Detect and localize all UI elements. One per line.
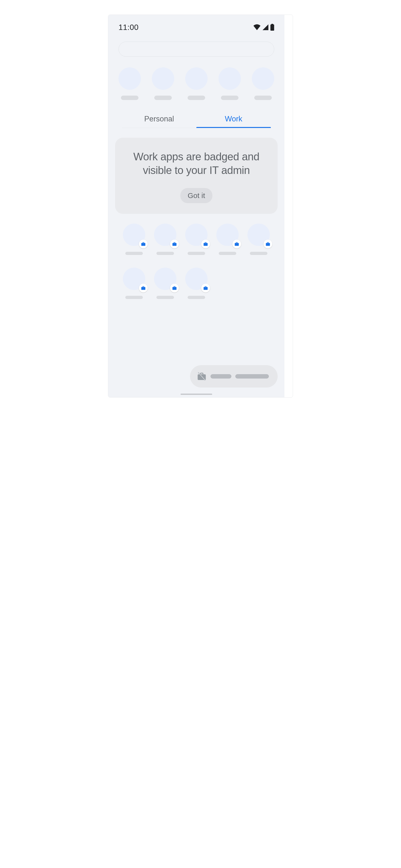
work-app[interactable] [154, 223, 177, 255]
work-badge-icon [170, 284, 179, 292]
wifi-icon [253, 24, 260, 30]
work-profile-toggle-chip[interactable] [190, 365, 278, 388]
work-app[interactable] [185, 268, 208, 299]
briefcase-off-icon [197, 371, 207, 381]
status-icons [253, 24, 274, 31]
suggested-app[interactable] [119, 67, 141, 100]
svg-rect-1 [271, 24, 273, 25]
svg-rect-0 [270, 25, 274, 31]
work-app[interactable] [123, 223, 145, 255]
tab-underline [196, 127, 271, 128]
suggested-app[interactable] [152, 67, 174, 100]
work-app[interactable] [185, 223, 208, 255]
work-badge-icon [233, 240, 241, 248]
battery-full-icon [270, 24, 274, 31]
gesture-nav-handle[interactable] [181, 394, 212, 395]
work-badge-icon [264, 240, 272, 248]
tab-personal[interactable]: Personal [122, 115, 196, 128]
work-apps-grid [108, 214, 284, 299]
work-badge-icon [201, 240, 210, 248]
work-app[interactable] [154, 268, 177, 299]
edu-banner-dismiss-button[interactable]: Got it [180, 188, 212, 203]
suggested-app[interactable] [218, 67, 241, 100]
suggested-app[interactable] [252, 67, 274, 100]
status-bar: 11:00 [108, 15, 284, 34]
work-badge-icon [201, 284, 210, 292]
work-badge-icon [139, 284, 148, 292]
work-badge-icon [139, 240, 148, 248]
edu-banner: Work apps are badged and visible to your… [115, 138, 278, 214]
profile-tabs: Personal Work [122, 115, 271, 128]
chip-text-placeholder [235, 374, 269, 378]
edu-banner-text: Work apps are badged and visible to your… [125, 150, 268, 177]
status-time: 11:00 [119, 23, 139, 32]
app-suggestions-row [108, 57, 284, 100]
cell-signal-icon [263, 24, 268, 30]
work-app[interactable] [216, 223, 239, 255]
search-input[interactable] [119, 41, 274, 57]
work-app[interactable] [123, 268, 145, 299]
suggested-app[interactable] [185, 67, 208, 100]
chip-text-placeholder [211, 374, 232, 378]
work-badge-icon [170, 240, 179, 248]
tab-work[interactable]: Work [196, 115, 271, 128]
device-frame: 11:00 [108, 15, 284, 397]
work-app[interactable] [247, 223, 270, 255]
